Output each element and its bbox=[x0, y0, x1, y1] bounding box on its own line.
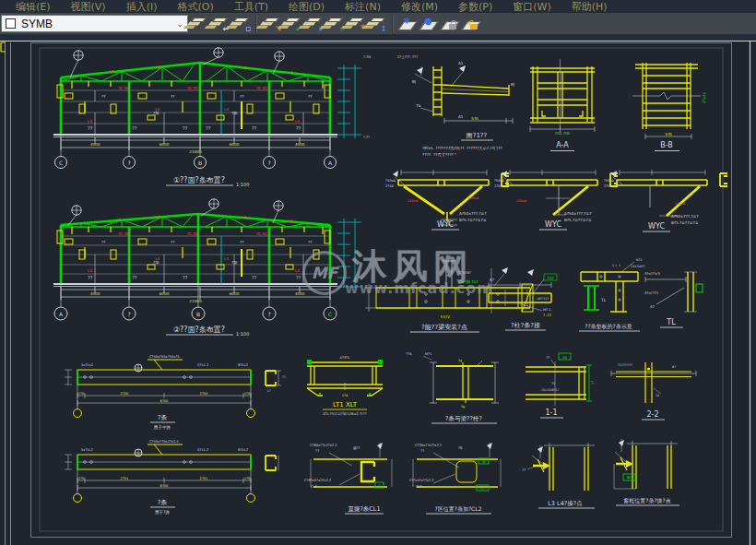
leader-label: K? bbox=[490, 278, 494, 282]
window-purlin-detail: 西? 窗框位置?条?接?点 bbox=[614, 439, 679, 505]
menu-view[interactable]: 视图(V) bbox=[61, 1, 116, 13]
tick-label: 1 ?. 1 bbox=[612, 264, 620, 267]
layer-unlock-icon[interactable] bbox=[462, 14, 481, 34]
member-label: L4 bbox=[242, 215, 246, 219]
layer-previous-icon[interactable]: ↩ bbox=[210, 14, 230, 34]
panel-label: ?加 bbox=[153, 260, 159, 265]
wyc-detail-3: L50x4 ?50x4 2?50 A?50x7??,?≡7 B?5.?≡?7≡7… bbox=[604, 170, 727, 231]
layer-walk-icon[interactable]: ↘ bbox=[262, 14, 281, 34]
panel-label: ?? bbox=[240, 240, 243, 244]
leader-label: B?1L2 bbox=[238, 448, 248, 452]
copy-objects-to-new-layer-icon[interactable]: ▹ bbox=[325, 14, 345, 34]
leader-label: ?B bbox=[458, 446, 463, 450]
note-line: B?5.?≡?7≡7≡ bbox=[564, 218, 592, 222]
grid-label: C bbox=[328, 311, 332, 317]
panel-label: ?? bbox=[88, 275, 93, 280]
truss1-scale: 1:100 bbox=[236, 182, 249, 187]
drawing-canvas[interactable]: L3 L4 L4 L3 YC XC YC XC YC XC L4 L4 L3 L… bbox=[0, 35, 756, 545]
dim-label: 4500 bbox=[295, 291, 305, 296]
tag-label: E1?2 bbox=[441, 314, 451, 319]
change-to-current-layer-icon[interactable]: ▸ bbox=[304, 14, 324, 34]
tag-label: 西? bbox=[627, 476, 632, 480]
panel-label: ?? bbox=[308, 240, 312, 244]
menu-dimension[interactable]: 标注(N) bbox=[335, 1, 391, 13]
dim-label: 5?0 bbox=[471, 116, 478, 121]
brace-label: L50x4 bbox=[516, 199, 527, 203]
member-label: L4 bbox=[295, 119, 300, 124]
undo-arrow-icon: ↩ bbox=[222, 25, 230, 33]
panel-label: ?加 bbox=[153, 111, 159, 115]
dim-label: 7? bbox=[282, 375, 286, 379]
column-splice-title: ?柱?条?接 bbox=[511, 322, 540, 329]
panel-label: ?? bbox=[240, 94, 243, 99]
section-aa-title: A-A bbox=[556, 141, 569, 149]
note-line: GTL??(LT1)?加?13Ex2.?7?? bbox=[323, 412, 366, 416]
menu-modify[interactable]: 修改(M) bbox=[391, 1, 448, 13]
leader-label: A1 bbox=[458, 61, 464, 65]
layer-freeze-icon[interactable]: ❄ bbox=[398, 14, 418, 34]
menu-tools[interactable]: 工具(T) bbox=[224, 1, 278, 13]
layers-icon[interactable] bbox=[189, 14, 208, 34]
member-label: YC XC bbox=[255, 86, 267, 90]
dim-label: 1?0 bbox=[244, 392, 251, 396]
menu-format[interactable]: 格式(O) bbox=[167, 1, 223, 13]
end-label: ?50x4 bbox=[494, 179, 505, 183]
tick-label: 3g bbox=[458, 359, 462, 362]
section-b-b: ?7?1? 5?0 B-B bbox=[632, 63, 706, 151]
leader-label: 7? bbox=[522, 468, 526, 472]
truss-elevation-1: L3 L4 L4 L3 YC XC YC XC YC XC L4 L4 L3 L… bbox=[53, 48, 371, 187]
note-line: A?50x7??,?≡7 bbox=[459, 211, 487, 216]
leader-label: 5?11.2 bbox=[197, 363, 208, 367]
right-dimension-stack: ?.?M ?.?? bbox=[337, 55, 371, 139]
layer-states-manager-icon[interactable]: ▫ bbox=[231, 14, 251, 34]
dim-label: 1?4 bbox=[342, 394, 348, 397]
leader-label: 5?11.2 bbox=[197, 448, 208, 452]
member-label: L3 bbox=[288, 70, 292, 75]
window-purlin-title: 窗框位置?条?接?点 bbox=[623, 497, 671, 504]
member-label: L4 bbox=[224, 107, 229, 112]
cl2-title: ?区位置?条加?CL2 bbox=[435, 505, 482, 512]
panel-label: ?? bbox=[183, 275, 188, 280]
menu-insert[interactable]: 插入(I) bbox=[116, 1, 168, 13]
menu-edit[interactable]: 编辑(E) bbox=[6, 1, 61, 13]
pad-plate-detail: TL K?1 -32X?1B?? 1 ?. 1 ??条垫板的?条示意 bbox=[579, 258, 645, 331]
leader-label: K?1 bbox=[636, 258, 643, 262]
menu-window[interactable]: 窗口(W) bbox=[502, 1, 561, 13]
l3-l4-title: L3 L4?接?点 bbox=[548, 500, 583, 507]
grid-label: C bbox=[59, 160, 63, 166]
grid-label: ? bbox=[127, 311, 130, 317]
tag-label: ?B bbox=[482, 460, 486, 464]
layer-isolate-icon[interactable]: * bbox=[347, 14, 366, 34]
tick-label: 3g bbox=[461, 405, 465, 409]
layer-match-icon[interactable]: ✔ bbox=[283, 14, 302, 34]
menu-help[interactable]: 帮助(H) bbox=[561, 1, 618, 13]
wyc-detail-1: L50x4 L50x4 ?50x4 2?50 A?50x7??,?≡7 B?5.… bbox=[385, 170, 509, 230]
panel-label: ?? bbox=[88, 125, 93, 131]
panel-label: ?? bbox=[206, 125, 211, 131]
panel-label: ?? bbox=[132, 275, 137, 280]
menu-draw[interactable]: 绘图(D) bbox=[278, 1, 335, 13]
member-label: L4 bbox=[155, 65, 159, 70]
grid-label: B bbox=[198, 160, 202, 166]
leader-label: 7A bbox=[656, 394, 660, 397]
layer-off-icon[interactable]: ● bbox=[419, 14, 439, 34]
end-label: 2?50 bbox=[385, 184, 394, 188]
leader-label: 7?A bbox=[406, 352, 412, 356]
layer-merge-icon[interactable]: ↕ bbox=[368, 14, 387, 34]
menu-parametric[interactable]: 参数(P) bbox=[448, 1, 502, 13]
menu-bar: 编辑(E) 视图(V) 插入(I) 格式(O) 工具(T) 绘图(D) 标注(N… bbox=[0, 0, 756, 13]
section-22-title: 2-2 bbox=[646, 410, 658, 419]
dim-label: A?3?1 bbox=[340, 356, 350, 360]
eave-detail: 2?上???--??7 A1 B| B| 7a A1 5?0 面?1?? ?柱e… bbox=[397, 55, 514, 157]
note-line: B?5.?≡?7≡7≡ bbox=[671, 220, 699, 225]
member-label: YC XC bbox=[255, 231, 267, 236]
plate-label: -32X?1B?? bbox=[630, 265, 645, 268]
chevron-down-icon[interactable]: ⌄ bbox=[176, 19, 183, 29]
panel-label: ?? bbox=[252, 125, 257, 131]
unl ock-icon bbox=[470, 24, 478, 30]
layer-lock-icon[interactable] bbox=[441, 14, 460, 34]
bolt-note: ?栓?加 ?22 bbox=[458, 279, 478, 284]
layer-select-combo[interactable]: SYMB ⌄ bbox=[1, 15, 188, 32]
spec-label: C?50x?70x2?x2.5 bbox=[149, 440, 179, 444]
note-line: ??7?. ??尺寸???? ° bbox=[422, 152, 456, 157]
